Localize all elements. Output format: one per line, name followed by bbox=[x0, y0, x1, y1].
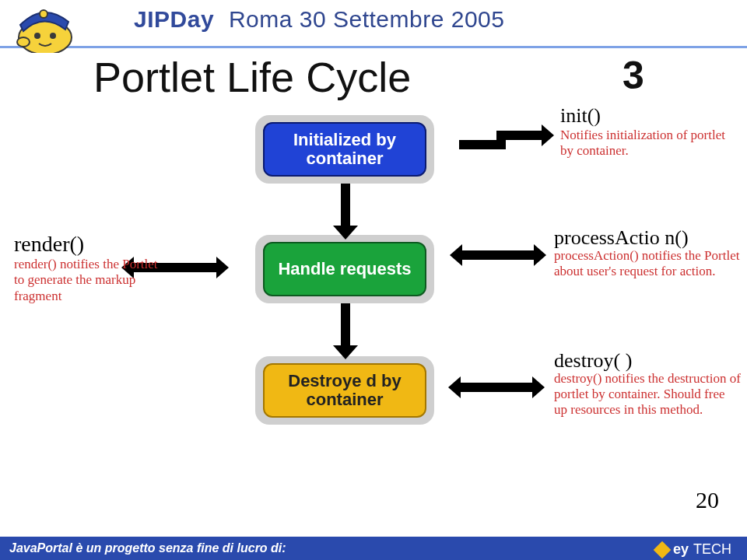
footer-text: JavaPortal è un progetto senza fine di l… bbox=[9, 541, 286, 555]
page-number: 20 bbox=[696, 487, 719, 513]
svg-point-1 bbox=[40, 10, 47, 18]
state-initialized: Initialized by container bbox=[255, 115, 434, 184]
connector-init-seg3 bbox=[496, 131, 543, 140]
slide-title: Portlet Life Cycle bbox=[93, 53, 411, 101]
event-subtitle: Roma 30 Settembre 2005 bbox=[229, 6, 505, 32]
state-destroyed: Destroye d by container bbox=[255, 356, 434, 425]
svg-point-2 bbox=[34, 33, 40, 39]
slide-sequence-number: 3 bbox=[622, 53, 644, 98]
svg-point-4 bbox=[17, 37, 30, 47]
label-render-title: render() bbox=[14, 232, 166, 257]
header-title: JIPDay Roma 30 Settembre 2005 bbox=[134, 6, 504, 33]
brand-suffix: TECH bbox=[693, 541, 731, 558]
label-init-title: init() bbox=[560, 104, 731, 128]
label-init-desc: Notifies initialization of portlet by co… bbox=[560, 128, 731, 159]
label-render: render() render() notifies the Portlet t… bbox=[14, 232, 166, 304]
mascot-icon bbox=[5, 0, 82, 53]
connector-destroy bbox=[459, 383, 534, 392]
brand-prefix: ey bbox=[673, 541, 689, 558]
state-destroyed-label: Destroye d by container bbox=[263, 363, 426, 418]
arrow-handle-to-destroy bbox=[341, 303, 350, 348]
svg-point-3 bbox=[50, 33, 56, 39]
label-destroy-desc: destroy() notifies the destruction of po… bbox=[554, 371, 741, 418]
state-initialized-label: Initialized by container bbox=[263, 122, 426, 177]
label-init: init() Notifies initialization of portle… bbox=[560, 104, 731, 159]
footer-brand: eyTECH bbox=[656, 541, 731, 558]
label-destroy: destroy( ) destroy() notifies the destru… bbox=[554, 352, 741, 418]
state-handle-label: Handle requests bbox=[263, 242, 426, 296]
brand-diamond-icon bbox=[654, 541, 672, 558]
event-name: JIPDay bbox=[134, 6, 214, 32]
label-process-title: processActio n() bbox=[554, 229, 741, 248]
arrow-init-to-handle bbox=[341, 184, 350, 229]
state-handle-requests: Handle requests bbox=[255, 235, 434, 303]
label-processaction: processActio n() processAction() notifie… bbox=[554, 229, 741, 279]
slide-content: Portlet Life Cycle 3 Initialized by cont… bbox=[0, 48, 747, 515]
label-process-desc: processAction() notifies the Portlet abo… bbox=[554, 248, 741, 280]
footer-bar: JavaPortal è un progetto senza fine di l… bbox=[0, 537, 747, 560]
label-destroy-title: destroy( ) bbox=[554, 352, 741, 371]
header-bar: JIPDay Roma 30 Settembre 2005 bbox=[0, 0, 747, 48]
label-render-desc: render() notifies the Portlet to generat… bbox=[14, 257, 166, 304]
connector-processaction bbox=[461, 250, 535, 260]
